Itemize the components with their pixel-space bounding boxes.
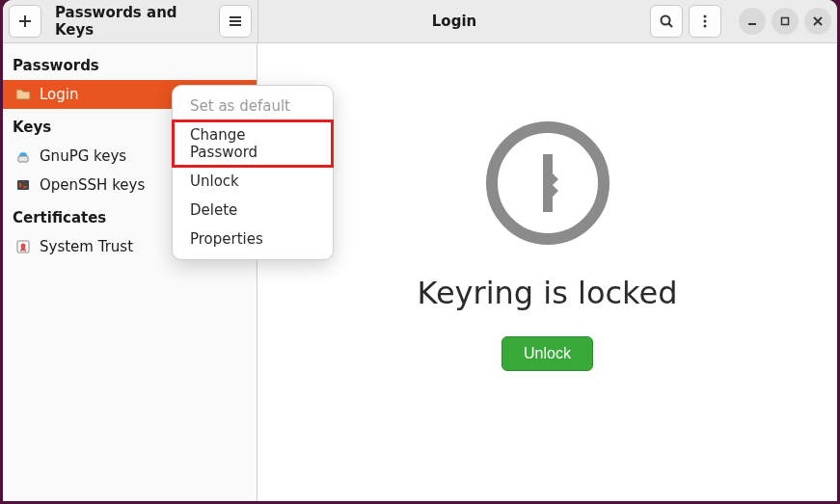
locked-heading: Keyring is locked [417,275,677,311]
maximize-button[interactable] [772,8,799,35]
close-button[interactable] [804,8,831,35]
svg-rect-5 [782,18,789,25]
svg-point-3 [704,25,707,28]
svg-point-9 [21,244,26,249]
svg-rect-7 [17,180,29,190]
window: Passwords and Keys Login [3,0,837,501]
menu-item-delete[interactable]: Delete [173,196,333,225]
body: Passwords Login Keys GnuPG keys OpenSSH … [3,43,837,501]
kebab-icon [697,13,713,29]
maximize-icon [779,15,791,27]
close-icon [812,15,824,27]
titlebar-left: Passwords and Keys [3,0,257,42]
menu-item-unlock[interactable]: Unlock [173,167,333,196]
svg-rect-6 [18,156,28,162]
minimize-icon [746,15,758,27]
context-menu: Set as default Change Password Unlock De… [172,85,334,260]
hamburger-button[interactable] [219,5,252,38]
svg-point-0 [662,16,670,25]
folder-icon [14,86,32,103]
openssh-icon [14,176,32,194]
sidebar-item-label: System Trust [40,238,133,255]
add-button[interactable] [9,5,41,38]
context-title: Login [264,13,644,30]
titlebar-right: Login [257,0,837,42]
minimize-button[interactable] [739,8,766,35]
titlebar: Passwords and Keys Login [3,0,837,43]
search-button[interactable] [650,5,683,38]
section-header-passwords: Passwords [3,47,257,80]
menu-item-set-default: Set as default [173,92,333,120]
sidebar-item-label: OpenSSH keys [40,176,145,194]
key-lock-icon [485,120,610,246]
menu-item-properties[interactable]: Properties [173,225,333,253]
svg-point-1 [704,15,707,18]
app-title: Passwords and Keys [55,4,213,39]
unlock-button[interactable]: Unlock [501,336,593,371]
svg-rect-4 [748,23,756,25]
certificate-icon [14,238,32,255]
hamburger-icon [228,13,243,29]
menu-item-change-password[interactable]: Change Password [173,120,333,167]
kebab-button[interactable] [689,5,721,38]
svg-point-2 [704,20,707,23]
content-pane: Keyring is locked Unlock [257,43,837,501]
sidebar-item-label: Login [40,86,78,103]
search-icon [659,13,674,29]
sidebar-item-label: GnuPG keys [40,147,126,165]
lock-illustration [485,120,610,250]
plus-icon [17,13,33,29]
gnupg-icon [14,147,32,165]
